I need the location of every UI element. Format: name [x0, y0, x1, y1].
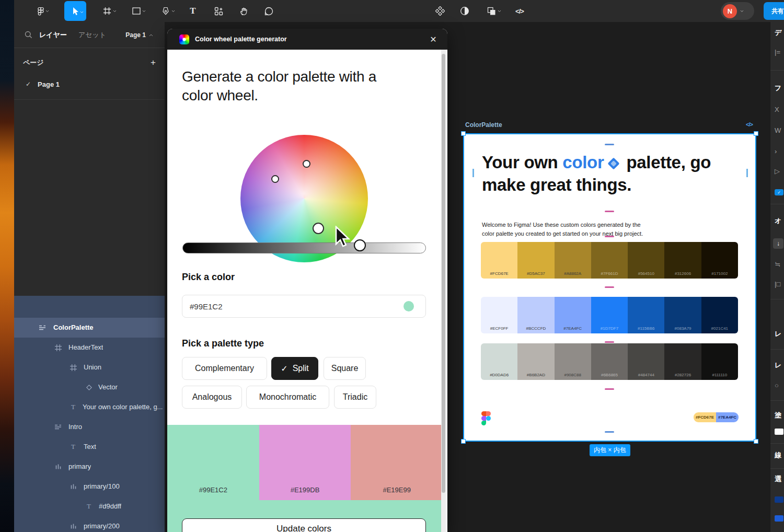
layer-row-text[interactable]: T Text: [14, 437, 165, 457]
palette-type-square[interactable]: Square: [324, 357, 366, 380]
search-icon[interactable]: [25, 31, 32, 39]
tab-assets[interactable]: アセット: [78, 30, 106, 40]
wrap-icon[interactable]: ≒: [775, 260, 780, 268]
angle-field-label[interactable]: ›: [775, 147, 777, 155]
layer-name: Union: [84, 363, 101, 371]
selection-handle[interactable]: [461, 131, 466, 136]
autolayout-section-label: オ: [775, 216, 781, 226]
layer-row-vector[interactable]: Vector: [14, 377, 165, 397]
text-tool-button[interactable]: T: [184, 0, 202, 22]
mask-button[interactable]: [455, 0, 474, 22]
swatch: #484744: [628, 343, 664, 380]
layer-row-primary-200[interactable]: primary/200: [14, 516, 165, 532]
page-selector-dropdown[interactable]: Page 1: [125, 22, 153, 48]
palette-row-blue[interactable]: #ECF0FF #BCCCFD #7EA4FC #1D7DF7 #115BB6 …: [481, 297, 738, 333]
swatch: #D0DAD6: [481, 343, 517, 380]
selection-color-swatch[interactable]: [775, 496, 783, 503]
selection-handle[interactable]: [754, 131, 758, 136]
w-field-label[interactable]: W: [775, 126, 781, 134]
share-button[interactable]: 共有: [764, 2, 784, 20]
color-wheel-app-icon: [179, 34, 189, 44]
value-slider-handle[interactable]: [354, 239, 366, 251]
palette-type-monochromatic[interactable]: Monochromatic: [246, 386, 329, 409]
align-icon[interactable]: |=: [775, 48, 780, 56]
blend-mode-icon[interactable]: ○: [775, 381, 779, 389]
frame-code-icon[interactable]: </>: [746, 121, 753, 128]
tab-layers[interactable]: レイヤー: [39, 30, 67, 40]
hand-tool-button[interactable]: [234, 0, 253, 22]
frame-icon: [103, 7, 111, 15]
layer-row-d9ddff[interactable]: T #d9ddff: [14, 496, 165, 516]
component-button[interactable]: [430, 0, 450, 22]
layer-row-union[interactable]: Union: [14, 357, 165, 377]
layer-row-primary-100[interactable]: primary/100: [14, 477, 165, 496]
autolayout-gap-indicator: [605, 286, 614, 288]
figma-app: T </> N 共有 レイヤー アセット: [0, 0, 784, 532]
swatch: #D5AC37: [517, 242, 554, 279]
divider: [770, 400, 784, 401]
dev-mode-button[interactable]: </>: [510, 0, 529, 22]
shape-tool-button[interactable]: [126, 0, 147, 22]
boolean-union-icon: [487, 7, 496, 16]
text-layer-icon: T: [69, 403, 77, 411]
update-colors-button[interactable]: Update colors: [182, 518, 426, 532]
palette-type-analogous[interactable]: Analogous: [182, 386, 242, 409]
layer-name: Intro: [68, 423, 82, 431]
palette-type-split[interactable]: ✓Split: [271, 357, 318, 380]
frame-icon: [55, 344, 62, 351]
move-tool-button[interactable]: [64, 1, 86, 21]
palette-type-triadic[interactable]: Triadic: [334, 386, 376, 409]
wheel-handle-primary[interactable]: [313, 223, 324, 234]
account-menu[interactable]: N: [721, 2, 754, 20]
wheel-handle[interactable]: [303, 160, 310, 168]
design-tab-label[interactable]: デ: [775, 28, 781, 38]
padding-indicator: [472, 169, 474, 177]
layer-row-headertext[interactable]: HeaderText: [14, 338, 165, 357]
layer-row-heading-text[interactable]: T Your own color palette, g...: [14, 397, 165, 417]
page-list-item[interactable]: ✓ Page 1: [14, 77, 165, 91]
resources-button[interactable]: [209, 0, 228, 22]
mouse-cursor: [333, 226, 351, 250]
palette-type-complementary[interactable]: Complementary: [182, 357, 267, 380]
pages-section-header: ページ +: [23, 57, 156, 68]
add-page-button[interactable]: +: [151, 57, 156, 68]
chevron-down-icon: [171, 10, 175, 13]
button-label: Square: [331, 364, 359, 373]
fill-color-swatch[interactable]: [775, 429, 783, 435]
x-field-label[interactable]: X: [775, 106, 779, 113]
frame-tool-button[interactable]: [97, 0, 118, 22]
selection-color-swatch[interactable]: [775, 515, 783, 522]
layer-row-intro[interactable]: Intro: [14, 417, 165, 437]
corner-radius-icon[interactable]: ▷: [775, 167, 780, 175]
plugin-scrollbar-thumb[interactable]: [442, 54, 445, 493]
padding-icon[interactable]: |□: [775, 280, 780, 288]
clip-content-checkbox[interactable]: ✓: [775, 189, 783, 195]
palette-row-gray[interactable]: #D0DAD6 #B6B2AD #908C88 #6B6865 #484744 …: [481, 343, 738, 380]
move-cursor-icon: [72, 7, 79, 16]
value-slider[interactable]: [182, 242, 426, 253]
mask-icon: [460, 6, 469, 16]
color-hex-input[interactable]: #99E1C2: [182, 295, 426, 318]
close-icon[interactable]: ✕: [428, 33, 439, 45]
main-menu-button[interactable]: [32, 0, 50, 22]
autolayout-gap-indicator: [605, 144, 614, 145]
selection-handle[interactable]: [461, 439, 466, 444]
layer-row-colorpalette[interactable]: ColorPalette: [14, 318, 165, 338]
layer-name: Text: [84, 443, 96, 450]
design-frame[interactable]: Your own color palette, go make great th…: [464, 134, 755, 441]
plugin-header[interactable]: Color wheel palette generator ✕: [167, 29, 447, 50]
divider: [770, 204, 784, 204]
palette-row-gold[interactable]: #FCD67E #D5AC37 #A8862A #7F661D #564510 …: [481, 242, 738, 279]
comment-tool-button[interactable]: [259, 0, 279, 22]
button-label: Update colors: [276, 524, 331, 532]
frame-icon: [70, 364, 77, 371]
boolean-groups-button[interactable]: [480, 0, 502, 22]
layer-row-primary[interactable]: primary: [14, 457, 165, 477]
selection-handle[interactable]: [754, 439, 758, 444]
layer-section-label: レ: [775, 361, 781, 370]
pen-tool-button[interactable]: [155, 0, 176, 22]
frame-title[interactable]: ColorPalette: [465, 121, 502, 129]
autolayout-direction-button[interactable]: ↓: [773, 238, 783, 249]
heading-pre: Your own: [482, 153, 562, 172]
wheel-handle[interactable]: [271, 175, 279, 183]
